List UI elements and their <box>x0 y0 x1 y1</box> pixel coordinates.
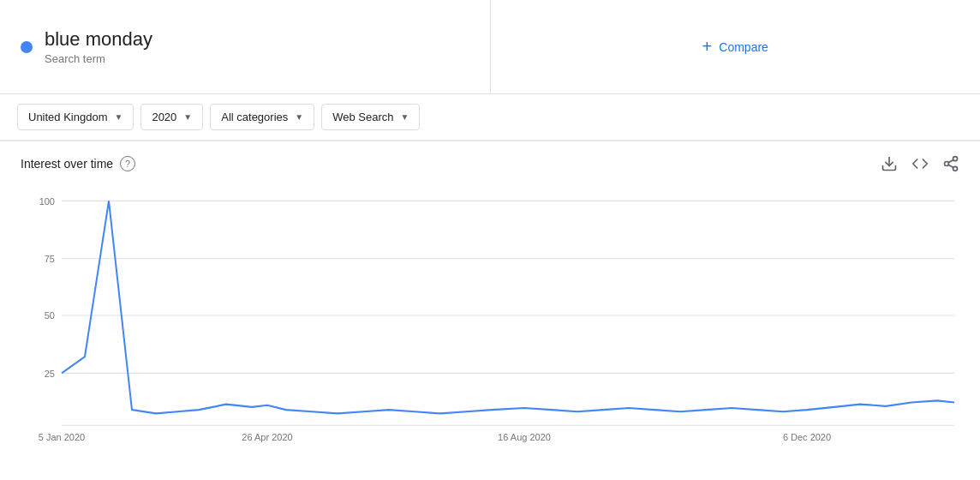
chart-title-area: Interest over time ? <box>21 156 135 171</box>
filter-bar: United Kingdom ▼ 2020 ▼ All categories ▼… <box>0 94 980 141</box>
svg-line-4 <box>948 165 953 167</box>
region-label: United Kingdom <box>28 111 108 123</box>
chart-section: Interest over time ? <box>0 141 980 448</box>
categories-filter[interactable]: All categories ▼ <box>210 104 314 130</box>
svg-text:16 Aug 2020: 16 Aug 2020 <box>498 432 551 442</box>
chart-actions <box>881 155 959 172</box>
svg-text:25: 25 <box>45 368 55 378</box>
search-term-text: blue monday Search term <box>45 28 152 65</box>
search-type-filter[interactable]: Web Search ▼ <box>321 104 420 130</box>
categories-chevron-icon: ▼ <box>295 112 303 122</box>
year-label: 2020 <box>152 111 176 123</box>
svg-text:50: 50 <box>45 310 55 321</box>
search-type-label: Web Search <box>332 111 393 123</box>
share-icon[interactable] <box>942 155 959 172</box>
embed-icon[interactable] <box>911 155 929 172</box>
compare-section: + Compare <box>491 0 981 93</box>
help-icon[interactable]: ? <box>120 156 135 171</box>
interest-over-time-chart: 100 75 50 25 5 Jan 2020 26 Apr 2020 16 A… <box>21 183 959 448</box>
search-type-chevron-icon: ▼ <box>400 112 409 122</box>
region-filter[interactable]: United Kingdom ▼ <box>17 104 134 130</box>
compare-label: Compare <box>719 40 768 54</box>
header: blue monday Search term + Compare <box>0 0 980 94</box>
svg-text:6 Dec 2020: 6 Dec 2020 <box>783 432 831 442</box>
year-chevron-icon: ▼ <box>183 112 192 122</box>
categories-label: All categories <box>221 111 288 123</box>
trend-line <box>62 201 954 413</box>
search-term-section: blue monday Search term <box>0 0 491 93</box>
svg-text:75: 75 <box>45 254 55 264</box>
svg-text:100: 100 <box>39 195 55 206</box>
term-dot-indicator <box>21 41 33 53</box>
svg-text:5 Jan 2020: 5 Jan 2020 <box>39 432 85 442</box>
chart-title: Interest over time <box>21 157 113 171</box>
svg-line-5 <box>948 159 953 162</box>
compare-button[interactable]: + Compare <box>692 30 779 63</box>
search-term-sublabel: Search term <box>45 52 152 65</box>
region-chevron-icon: ▼ <box>115 112 123 122</box>
year-filter[interactable]: 2020 ▼ <box>140 104 203 130</box>
svg-text:26 Apr 2020: 26 Apr 2020 <box>242 432 292 442</box>
chart-svg: 100 75 50 25 5 Jan 2020 26 Apr 2020 16 A… <box>21 183 959 448</box>
compare-plus-icon: + <box>702 37 713 57</box>
search-term-title: blue monday <box>45 28 152 51</box>
download-icon[interactable] <box>881 155 898 172</box>
chart-header: Interest over time ? <box>21 141 959 179</box>
